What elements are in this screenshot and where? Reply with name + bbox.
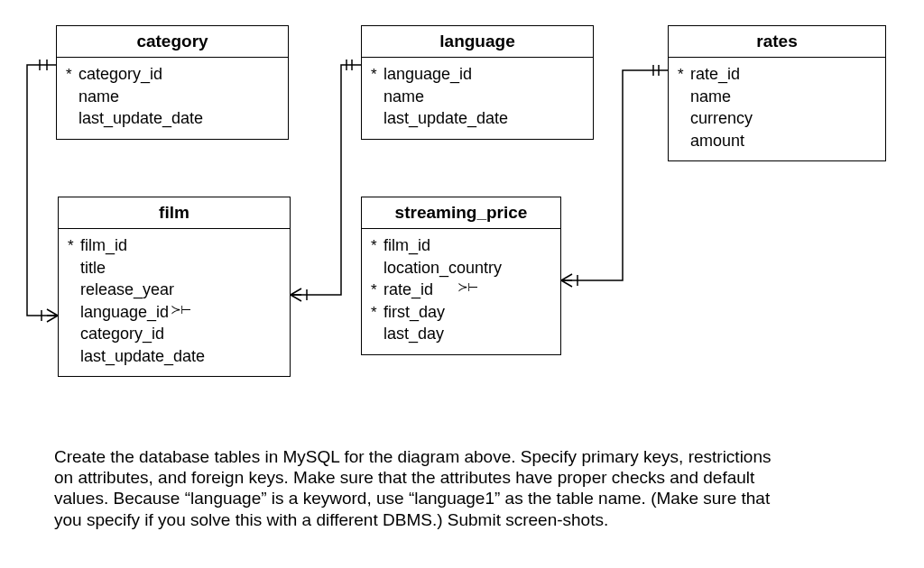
- attr-row: *film_id: [371, 234, 551, 257]
- attr-row: *rate_id: [678, 63, 876, 86]
- attr-name: name: [383, 87, 424, 107]
- instr-line: on attributes, and foreign keys. Make su…: [54, 468, 754, 487]
- attr-name: currency: [690, 108, 753, 129]
- attr-row: currency: [678, 107, 876, 130]
- attr-name: location_country: [383, 258, 502, 279]
- attr-row: last_day: [371, 323, 551, 345]
- instr-line: you specify if you solve this with a dif…: [54, 510, 608, 529]
- attr-name: language_id: [383, 64, 472, 85]
- attr-name: film_id: [80, 235, 127, 256]
- attr-row: release_year: [68, 279, 281, 301]
- attr-row: location_country: [371, 257, 551, 279]
- attr-name: last_update_date: [383, 108, 508, 129]
- entity-body: *language_id name last_update_date: [362, 58, 593, 139]
- entity-language: language *language_id name last_update_d…: [361, 25, 594, 140]
- attr-name: language_id: [80, 302, 169, 323]
- attr-name: last_update_date: [79, 108, 203, 129]
- attr-name: release_year: [80, 279, 174, 300]
- attr-row: *rate_id ≻⊢: [371, 279, 551, 301]
- attr-row: name: [66, 86, 279, 108]
- entity-title: streaming_price: [362, 197, 560, 229]
- attr-name: category_id: [79, 64, 162, 85]
- attr-row: last_update_date: [371, 107, 584, 130]
- pk-mark: *: [678, 65, 690, 84]
- entity-body: *film_id location_country *rate_id ≻⊢ *f…: [362, 229, 560, 354]
- erd-canvas: category *category_id name last_update_d…: [0, 0, 924, 568]
- attr-name: last_day: [383, 324, 444, 344]
- attr-name: title: [80, 258, 106, 279]
- entity-rates: rates *rate_id name currency amount: [668, 25, 886, 161]
- pk-mark: *: [371, 303, 383, 322]
- attr-row: category_id: [68, 323, 281, 345]
- entity-film: film *film_id title release_year languag…: [58, 197, 291, 377]
- attr-name: name: [690, 87, 731, 107]
- attr-row: *film_id: [68, 234, 281, 257]
- attr-row: *category_id: [66, 63, 279, 86]
- attr-row: name: [678, 86, 876, 108]
- attr-name: film_id: [383, 235, 430, 256]
- attr-row: language_id ≻⊢: [68, 301, 281, 324]
- attr-name: first_day: [383, 302, 445, 323]
- attr-name: last_update_date: [80, 346, 205, 367]
- attr-row: title: [68, 257, 281, 279]
- attr-name: rate_id: [383, 279, 433, 300]
- attr-name: category_id: [80, 324, 164, 344]
- pk-mark: *: [371, 280, 383, 299]
- entity-title: category: [57, 26, 288, 58]
- entity-body: *category_id name last_update_date: [57, 58, 288, 139]
- entity-streaming-price: streaming_price *film_id location_countr…: [361, 197, 561, 355]
- entity-body: *film_id title release_year language_id …: [59, 229, 290, 376]
- pk-mark: *: [66, 65, 79, 84]
- entity-title: language: [362, 26, 593, 58]
- attr-row: last_update_date: [68, 345, 281, 368]
- attr-row: *language_id: [371, 63, 584, 86]
- fk-glyph-icon: ≻⊢: [171, 302, 190, 318]
- fk-glyph-icon: ≻⊢: [457, 279, 477, 296]
- attr-name: amount: [690, 131, 744, 151]
- entity-title: rates: [669, 26, 885, 58]
- attr-name: rate_id: [690, 64, 740, 85]
- pk-mark: *: [371, 236, 383, 255]
- attr-row: *first_day: [371, 301, 551, 324]
- attr-name: name: [79, 87, 119, 107]
- entity-body: *rate_id name currency amount: [669, 58, 885, 160]
- pk-mark: *: [68, 236, 80, 255]
- attr-row: amount: [678, 130, 876, 152]
- entity-category: category *category_id name last_update_d…: [56, 25, 289, 140]
- instructions-text: Create the database tables in MySQL for …: [54, 446, 884, 530]
- instr-line: values. Because “language” is a keyword,…: [54, 489, 770, 508]
- instr-line: Create the database tables in MySQL for …: [54, 447, 772, 466]
- attr-row: last_update_date: [66, 107, 279, 130]
- attr-row: name: [371, 86, 584, 108]
- pk-mark: *: [371, 65, 383, 84]
- entity-title: film: [59, 197, 290, 229]
